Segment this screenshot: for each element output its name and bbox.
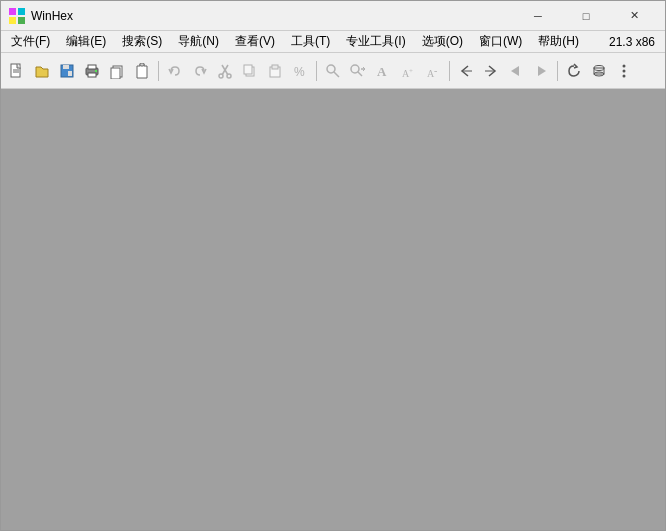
svg-point-44 xyxy=(623,69,626,72)
svg-line-29 xyxy=(358,72,362,76)
toolbar-cut[interactable] xyxy=(213,59,237,83)
svg-rect-11 xyxy=(88,65,96,69)
svg-point-26 xyxy=(327,65,335,73)
menu-navigate[interactable]: 导航(N) xyxy=(170,31,227,52)
toolbar-arrow-left[interactable] xyxy=(454,59,478,83)
svg-marker-38 xyxy=(511,66,519,76)
svg-rect-0 xyxy=(9,8,16,15)
toolbar-back[interactable] xyxy=(504,59,528,83)
svg-point-28 xyxy=(351,65,359,73)
svg-text:+: + xyxy=(409,67,413,75)
toolbar-save[interactable] xyxy=(55,59,79,83)
svg-rect-16 xyxy=(140,63,144,66)
window-title: WinHex xyxy=(31,9,515,23)
separator-3 xyxy=(449,61,450,81)
close-button[interactable]: ✕ xyxy=(611,1,657,31)
main-content-area xyxy=(1,89,665,530)
svg-rect-1 xyxy=(18,8,25,15)
toolbar-open[interactable] xyxy=(30,59,54,83)
minimize-button[interactable]: ─ xyxy=(515,1,561,31)
menu-help[interactable]: 帮助(H) xyxy=(530,31,587,52)
svg-line-27 xyxy=(334,72,339,77)
toolbar-font-decrease[interactable]: A- xyxy=(421,59,445,83)
toolbar-disk[interactable] xyxy=(587,59,611,83)
app-icon xyxy=(9,8,25,24)
toolbar-percent[interactable]: % xyxy=(288,59,312,83)
svg-rect-3 xyxy=(18,17,25,24)
menu-window[interactable]: 窗口(W) xyxy=(471,31,530,52)
toolbar-new[interactable] xyxy=(5,59,29,83)
toolbar-forward[interactable] xyxy=(529,59,553,83)
toolbar-print[interactable] xyxy=(80,59,104,83)
toolbar-clipboard1[interactable] xyxy=(105,59,129,83)
menu-options[interactable]: 选项(O) xyxy=(414,31,471,52)
svg-point-45 xyxy=(623,74,626,77)
svg-point-43 xyxy=(623,64,626,67)
separator-2 xyxy=(316,61,317,81)
svg-rect-22 xyxy=(244,65,252,74)
menu-tools[interactable]: 工具(T) xyxy=(283,31,338,52)
svg-rect-8 xyxy=(63,65,69,69)
menu-view[interactable]: 查看(V) xyxy=(227,31,283,52)
toolbar-font-increase[interactable]: A+ xyxy=(396,59,420,83)
toolbar-findnext[interactable] xyxy=(346,59,370,83)
svg-point-20 xyxy=(227,74,231,78)
title-bar: WinHex ─ □ ✕ xyxy=(1,1,665,31)
toolbar: % A A+ A- xyxy=(1,53,665,89)
svg-rect-24 xyxy=(272,65,278,69)
toolbar-find[interactable] xyxy=(321,59,345,83)
svg-point-19 xyxy=(219,74,223,78)
toolbar-redo[interactable] xyxy=(188,59,212,83)
window-controls: ─ □ ✕ xyxy=(515,1,657,31)
version-label: 21.3 x86 xyxy=(609,35,663,49)
menu-specialtools[interactable]: 专业工具(I) xyxy=(338,31,413,52)
svg-rect-15 xyxy=(111,68,120,79)
separator-4 xyxy=(557,61,558,81)
svg-rect-12 xyxy=(88,73,96,77)
svg-point-13 xyxy=(95,70,97,72)
menu-file[interactable]: 文件(F) xyxy=(3,31,58,52)
menu-edit[interactable]: 编辑(E) xyxy=(58,31,114,52)
toolbar-font-a[interactable]: A xyxy=(371,59,395,83)
toolbar-extra[interactable] xyxy=(612,59,636,83)
svg-rect-9 xyxy=(68,71,72,76)
separator-1 xyxy=(158,61,159,81)
toolbar-arrow-right[interactable] xyxy=(479,59,503,83)
toolbar-clipboard2[interactable] xyxy=(130,59,154,83)
menu-bar: 文件(F) 编辑(E) 搜索(S) 导航(N) 查看(V) 工具(T) 专业工具… xyxy=(1,31,665,53)
menu-search[interactable]: 搜索(S) xyxy=(114,31,170,52)
toolbar-paste[interactable] xyxy=(263,59,287,83)
svg-text:A: A xyxy=(377,64,387,79)
svg-rect-2 xyxy=(9,17,16,24)
toolbar-undo[interactable] xyxy=(163,59,187,83)
maximize-button[interactable]: □ xyxy=(563,1,609,31)
main-window: WinHex ─ □ ✕ 文件(F) 编辑(E) 搜索(S) 导航(N) 查看(… xyxy=(0,0,666,531)
svg-text:-: - xyxy=(434,65,437,76)
svg-text:%: % xyxy=(294,65,305,79)
toolbar-refresh[interactable] xyxy=(562,59,586,83)
svg-marker-39 xyxy=(538,66,546,76)
toolbar-copy[interactable] xyxy=(238,59,262,83)
